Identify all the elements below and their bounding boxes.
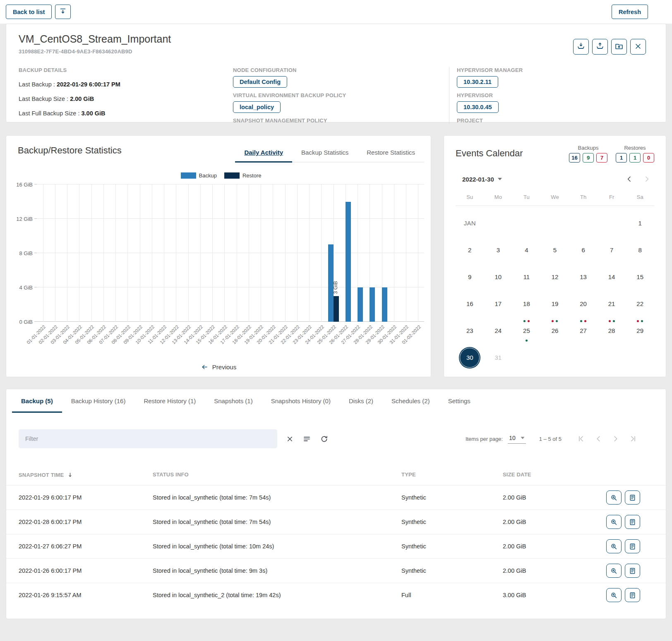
restore-button[interactable] <box>592 39 608 55</box>
calendar-day-24[interactable]: 24 <box>484 317 513 344</box>
calendar-day-22[interactable]: 22 <box>626 290 654 317</box>
snapshot-details-button[interactable] <box>606 539 622 553</box>
close-button[interactable] <box>630 39 646 55</box>
tab-settings[interactable]: Settings <box>439 389 480 413</box>
node-configuration-chip[interactable]: Default Config <box>233 76 287 88</box>
tab-backup-5[interactable]: Backup (5) <box>12 389 62 413</box>
tab-backup-statistics[interactable]: Backup Statistics <box>292 144 358 162</box>
tab-backup-history-16[interactable]: Backup History (16) <box>62 389 135 413</box>
y-axis-tick-label: 4 GiB <box>19 285 33 291</box>
tab-snapshots-history-0[interactable]: Snapshots History (0) <box>262 389 340 413</box>
month-selector[interactable]: 2022-01-30 <box>462 176 502 183</box>
calendar-day-9[interactable]: 9 <box>456 263 484 290</box>
calendar-day-1[interactable]: 1 <box>626 210 654 237</box>
calendar-day-26[interactable]: 26 <box>541 317 569 344</box>
snapshot-details-button[interactable] <box>606 490 622 505</box>
calendar-day-14[interactable]: 14 <box>598 263 626 290</box>
table-row: 2022-01-28 6:00:17 PMStored in local_syn… <box>6 509 666 534</box>
snapshot-details-button[interactable] <box>606 564 622 578</box>
calendar-day-15[interactable]: 15 <box>626 263 654 290</box>
hypervisor-manager-chip[interactable]: 10.30.2.11 <box>457 76 498 88</box>
type-cell: Synthetic <box>401 519 503 525</box>
calendar-day-30[interactable]: 30 <box>456 344 484 371</box>
backup-button[interactable] <box>573 39 589 55</box>
filter-toggle-button[interactable] <box>55 5 71 19</box>
calendar-day-25[interactable]: 25 <box>512 317 541 344</box>
calendar-day-7[interactable]: 7 <box>598 237 626 263</box>
file-browser-button[interactable] <box>625 515 640 529</box>
ve-backup-policy-chip[interactable]: local_policy <box>233 101 281 113</box>
status-badge-navy: 1 <box>616 153 627 163</box>
items-per-page-select[interactable]: 10 <box>508 434 526 444</box>
calendar-day-23[interactable]: 23 <box>456 317 484 344</box>
calendar-day-19[interactable]: 19 <box>541 290 569 317</box>
calendar-empty-cell <box>626 344 654 371</box>
calendar-day-5[interactable]: 5 <box>541 237 569 263</box>
calendar-day-20[interactable]: 20 <box>569 290 598 317</box>
calendar-day-17[interactable]: 17 <box>484 290 513 317</box>
file-browser-button[interactable] <box>625 490 640 505</box>
tab-snapshots-1[interactable]: Snapshots (1) <box>205 389 262 413</box>
first-page-button[interactable] <box>576 434 586 443</box>
calendar-day-12[interactable]: 12 <box>541 263 569 290</box>
tab-disks-2[interactable]: Disks (2) <box>340 389 382 413</box>
column-header-snapshot-time[interactable]: SNAPSHOT TIME <box>6 471 153 478</box>
previous-month-button[interactable] <box>625 175 634 183</box>
mount-button[interactable] <box>611 39 627 55</box>
red-event-dot <box>584 320 586 322</box>
calendar-day-28[interactable]: 28 <box>598 317 626 344</box>
next-page-button[interactable] <box>611 434 620 443</box>
previous-period-button[interactable]: Previous <box>6 363 431 371</box>
calendar-day-6[interactable]: 6 <box>569 237 598 263</box>
status-badge-navy: 16 <box>569 153 580 163</box>
filter-input[interactable] <box>19 429 277 448</box>
file-browser-button[interactable] <box>625 564 640 578</box>
calendar-day-31[interactable]: 31 <box>484 344 513 371</box>
calendar-day-11[interactable]: 11 <box>512 263 541 290</box>
events-calendar-card: Events Calendar Backups1697Restores110 2… <box>444 135 666 377</box>
calendar-day-18[interactable]: 18 <box>512 290 541 317</box>
calendar-day-4[interactable]: 4 <box>512 237 541 263</box>
hypervisor-chip[interactable]: 10.30.0.45 <box>457 101 499 113</box>
day-number: 18 <box>523 300 530 307</box>
gridline-v <box>212 184 213 322</box>
back-to-list-button[interactable]: Back to list <box>6 5 52 19</box>
refresh-table-icon[interactable] <box>320 435 329 443</box>
clear-filter-icon[interactable] <box>286 435 294 443</box>
y-axis-tick-label: 16 GiB <box>16 182 33 188</box>
refresh-button[interactable]: Refresh <box>612 5 648 19</box>
tab-schedules-2[interactable]: Schedules (2) <box>382 389 439 413</box>
columns-menu-icon[interactable] <box>302 435 311 443</box>
calendar-day-13[interactable]: 13 <box>569 263 598 290</box>
next-month-button[interactable] <box>643 175 651 183</box>
calendar-day-2[interactable]: 2 <box>456 237 484 263</box>
gridline-v <box>261 184 261 322</box>
snapshot-details-button[interactable] <box>606 588 622 602</box>
top-toolbar: Back to list Refresh <box>0 0 672 24</box>
file-browser-button[interactable] <box>625 539 640 553</box>
day-number: 14 <box>608 273 615 280</box>
tab-restore-statistics[interactable]: Restore Statistics <box>358 144 424 162</box>
tab-daily-activity[interactable]: Daily Activity <box>235 144 292 162</box>
calendar-day-8[interactable]: 8 <box>626 237 654 263</box>
previous-page-button[interactable] <box>594 434 603 443</box>
size-cell: 2.00 GiB <box>503 519 600 525</box>
calendar-day-29[interactable]: 29 <box>626 317 654 344</box>
calendar-day-27[interactable]: 27 <box>569 317 598 344</box>
snapshot-details-button[interactable] <box>606 515 622 529</box>
gridline-h <box>37 218 424 219</box>
red-event-dot <box>609 320 611 322</box>
calendar-day-10[interactable]: 10 <box>484 263 513 290</box>
calendar-day-21[interactable]: 21 <box>598 290 626 317</box>
weekday-fr: Fr <box>598 194 626 200</box>
calendar-day-16[interactable]: 16 <box>456 290 484 317</box>
gridline-v <box>140 184 140 322</box>
detail-value: 2022-01-29 6:00:17 PM <box>57 81 120 88</box>
ve-backup-policy-heading: VIRTUAL ENVIRONMENT BACKUP POLICY <box>233 92 449 98</box>
last-page-button[interactable] <box>629 434 638 443</box>
calendar-day-3[interactable]: 3 <box>484 237 513 263</box>
sort-desc-icon <box>67 471 74 478</box>
file-browser-button[interactable] <box>625 588 640 602</box>
weekday-we: We <box>541 194 569 200</box>
tab-restore-history-1[interactable]: Restore History (1) <box>134 389 205 413</box>
